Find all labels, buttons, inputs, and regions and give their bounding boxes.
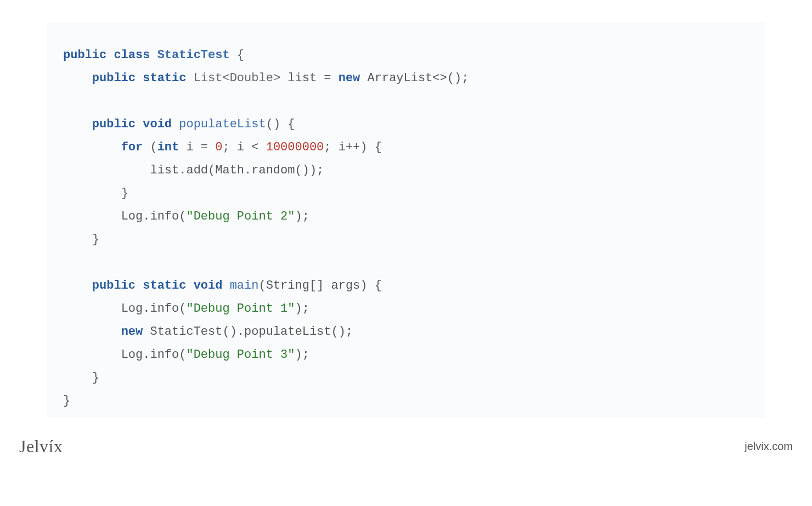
method-populate: populateList bbox=[179, 117, 266, 131]
log-end: ); bbox=[295, 348, 309, 362]
site-url: jelvix.com bbox=[745, 440, 793, 453]
brace-close: } bbox=[63, 394, 70, 408]
string-debug3: "Debug Point 3" bbox=[186, 348, 295, 362]
class-name: StaticTest bbox=[157, 48, 230, 62]
keyword-void: void bbox=[194, 279, 223, 293]
keyword-public: public bbox=[63, 48, 106, 62]
brace-close: } bbox=[92, 233, 99, 246]
log-call: Log.info( bbox=[121, 348, 187, 362]
log-end: ); bbox=[295, 302, 309, 316]
log-end: ); bbox=[295, 210, 309, 223]
paren: ( bbox=[143, 140, 157, 154]
keyword-static: static bbox=[143, 279, 186, 293]
inc: ; i++) { bbox=[324, 140, 382, 154]
keyword-new: new bbox=[121, 325, 143, 339]
code-block: public class StaticTest { public static … bbox=[63, 44, 749, 413]
brace-close: } bbox=[92, 371, 99, 385]
brand-logo: Jelvíx bbox=[19, 436, 63, 457]
type-list: List<Double> bbox=[194, 71, 280, 85]
keyword-public: public bbox=[92, 117, 136, 131]
keyword-public: public bbox=[92, 71, 136, 85]
init: i = bbox=[179, 140, 215, 154]
log-call: Log.info( bbox=[121, 302, 187, 316]
stmt-add: list.add(Math.random()); bbox=[150, 164, 324, 177]
keyword-class: class bbox=[114, 48, 150, 62]
keyword-for: for bbox=[121, 140, 143, 154]
log-call: Log.info( bbox=[121, 210, 187, 223]
var-decl: list = bbox=[280, 71, 339, 85]
method-main: main bbox=[230, 279, 259, 293]
footer: Jelvíx jelvix.com bbox=[0, 436, 812, 457]
params: () { bbox=[266, 117, 295, 131]
main-params: (String[] args) { bbox=[258, 279, 381, 293]
brace-close: } bbox=[121, 187, 128, 200]
keyword-public: public bbox=[92, 279, 136, 293]
keyword-int: int bbox=[157, 140, 179, 154]
string-debug1: "Debug Point 1" bbox=[186, 302, 295, 316]
keyword-static: static bbox=[143, 71, 186, 85]
keyword-void: void bbox=[143, 117, 172, 131]
brace: { bbox=[230, 48, 244, 62]
number-limit: 10000000 bbox=[266, 140, 324, 154]
string-debug2: "Debug Point 2" bbox=[186, 210, 295, 223]
cond: ; i < bbox=[222, 140, 266, 154]
constructor-call: ArrayList<>(); bbox=[360, 71, 469, 85]
code-panel: public class StaticTest { public static … bbox=[47, 22, 765, 418]
number-zero: 0 bbox=[215, 140, 222, 154]
stmt-new: StaticTest().populateList(); bbox=[143, 325, 353, 339]
keyword-new: new bbox=[339, 71, 360, 85]
